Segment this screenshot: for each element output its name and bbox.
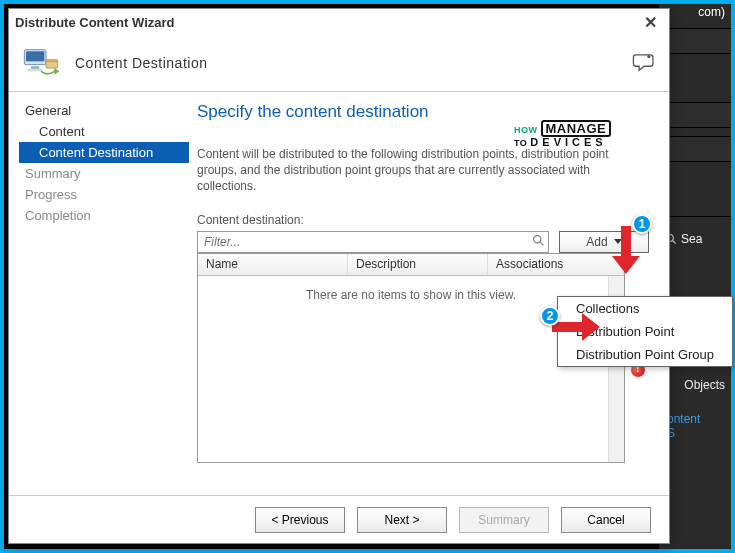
sidebar-item-general[interactable]: General — [19, 100, 189, 121]
page-heading: Specify the content destination — [197, 102, 649, 122]
svg-point-8 — [647, 55, 650, 58]
add-button-label: Add — [586, 235, 607, 249]
titlebar: Distribute Content Wizard ✕ — [9, 9, 669, 35]
cancel-button[interactable]: Cancel — [561, 507, 651, 533]
sidebar-item-completion[interactable]: Completion — [19, 205, 189, 226]
search-icon[interactable] — [528, 234, 548, 250]
previous-button[interactable]: < Previous — [255, 507, 345, 533]
svg-point-9 — [533, 235, 540, 242]
bg-text-com: com) — [698, 5, 725, 19]
svg-rect-4 — [31, 66, 39, 69]
col-name[interactable]: Name — [198, 254, 348, 275]
sidebar-item-content[interactable]: Content — [19, 121, 189, 142]
annotation-badge-2: 2 — [540, 306, 560, 326]
feedback-icon[interactable] — [631, 50, 657, 76]
wizard-header: Content Destination — [9, 35, 669, 91]
page-description: Content will be distributed to the follo… — [197, 146, 617, 195]
svg-line-1 — [673, 241, 676, 244]
svg-rect-6 — [46, 60, 58, 68]
bg-search[interactable]: Sea — [665, 232, 702, 246]
content-destination-label: Content destination: — [197, 213, 649, 227]
col-description[interactable]: Description — [348, 254, 488, 275]
wizard-step-title: Content Destination — [75, 55, 207, 71]
wizard-footer: < Previous Next > Summary Cancel — [9, 495, 669, 543]
sidebar-item-content-destination[interactable]: Content Destination — [19, 142, 189, 163]
col-associations[interactable]: Associations — [488, 254, 624, 275]
annotation-badge-1: 1 — [632, 214, 652, 234]
annotation-arrow-1 — [612, 226, 640, 274]
wizard-sidebar: General Content Content Destination Summ… — [9, 92, 189, 495]
watermark-logo: HOW MANAGE TO DEVICES — [514, 120, 611, 148]
filter-input[interactable] — [198, 235, 528, 249]
window-title: Distribute Content Wizard — [15, 15, 175, 30]
svg-rect-3 — [26, 51, 44, 61]
svg-marker-7 — [54, 68, 59, 75]
menu-item-distribution-point-group[interactable]: Distribution Point Group — [558, 343, 732, 366]
svg-line-10 — [540, 242, 543, 245]
next-button[interactable]: Next > — [357, 507, 447, 533]
svg-rect-5 — [28, 69, 43, 72]
bg-objects-label: Objects — [684, 378, 725, 392]
filter-box[interactable] — [197, 231, 549, 253]
table-header: Name Description Associations — [198, 254, 624, 276]
wizard-content: Specify the content destination Content … — [189, 92, 669, 495]
sidebar-item-summary[interactable]: Summary — [19, 163, 189, 184]
summary-button: Summary — [459, 507, 549, 533]
sidebar-item-progress[interactable]: Progress — [19, 184, 189, 205]
wizard-window: Distribute Content Wizard ✕ Content Dest… — [8, 8, 670, 544]
close-icon[interactable]: ✕ — [638, 13, 663, 32]
computer-distribute-icon — [21, 43, 61, 83]
